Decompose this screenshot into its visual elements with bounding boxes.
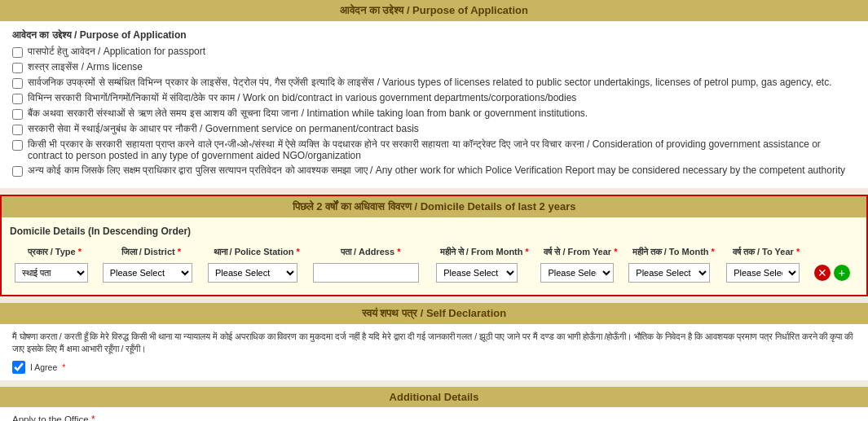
declaration-header: स्वयं शपथ पत्र / Self Declaration	[0, 303, 868, 324]
agree-checkbox[interactable]	[12, 361, 25, 374]
purpose-label: आवेदन का उद्देश्य / Purpose of Applicati…	[12, 29, 856, 41]
address-input[interactable]	[313, 263, 419, 283]
checkbox-loan-label: बैंक अथवा सरकारी संस्थाओं से ऋण लेते समय…	[28, 107, 588, 119]
checkbox-passport[interactable]	[12, 47, 23, 58]
district-select[interactable]: Please Select	[103, 263, 192, 283]
col-district: जिला / District *	[99, 245, 203, 259]
checkbox-contract[interactable]	[12, 94, 23, 104]
to-year-select[interactable]: Please Select	[726, 263, 800, 283]
cell-police-station: Please Select	[205, 261, 308, 285]
checkbox-licenses[interactable]	[12, 78, 23, 89]
checkbox-item-licenses: सार्वजनिक उपक्रमों से सम्बंधित विभिन्न प…	[12, 77, 856, 89]
domicile-table-title: Domicile Details (In Descending Order)	[10, 226, 858, 237]
agree-row: I Agree *	[12, 361, 856, 374]
type-select[interactable]: स्थाई पता अस्थाई पता	[15, 263, 88, 283]
checkbox-loan[interactable]	[12, 109, 23, 120]
apply-label: Apply to the Office	[12, 414, 89, 421]
checkbox-item-loan: बैंक अथवा सरकारी संस्थाओं से ऋण लेते समय…	[12, 107, 856, 120]
domicile-header-text: पिछले 2 वर्षों का अधिवास विवरण / Domicil…	[293, 200, 576, 213]
checkbox-ngo-label: किसी भी प्रकार के सरकारी सहायता प्राप्त …	[28, 138, 856, 161]
delete-row-button[interactable]: ✕	[814, 265, 831, 281]
col-address: पता / Address *	[310, 245, 431, 259]
apply-required-star: *	[91, 414, 95, 421]
action-buttons: ✕ +	[814, 265, 853, 281]
additional-header: Additional Details	[0, 387, 868, 407]
to-month-select[interactable]: Please Select	[628, 263, 710, 283]
declaration-header-text: स्वयं शपथ पत्र / Self Declaration	[362, 307, 506, 319]
col-to-year: वर्ष तक / To Year *	[723, 245, 809, 259]
cell-address	[310, 261, 431, 285]
cell-to-year: Please Select	[723, 261, 809, 285]
checkbox-item-passport: पासपोर्ट हेतु आवेदन / Application for pa…	[12, 46, 856, 58]
page-wrapper: आवेदन का उद्देश्य / Purpose of Applicati…	[0, 0, 868, 421]
checkbox-passport-label: पासपोर्ट हेतु आवेदन / Application for pa…	[28, 46, 205, 57]
apply-office-content: Apply to the Office *	[0, 407, 868, 421]
purpose-content: आवेदन का उद्देश्य / Purpose of Applicati…	[0, 21, 868, 188]
checkbox-item-ngo: किसी भी प्रकार के सरकारी सहायता प्राप्त …	[12, 138, 856, 161]
agree-required-star: *	[62, 362, 65, 375]
add-row-button[interactable]: +	[834, 265, 850, 281]
purpose-header: आवेदन का उद्देश्य / Purpose of Applicati…	[0, 0, 868, 21]
checkbox-govt-service[interactable]	[12, 125, 23, 135]
purpose-header-text: आवेदन का उद्देश्य / Purpose of Applicati…	[340, 4, 528, 16]
checkbox-item-contract: विभिन्न सरकारी विभागों/निगमों/निकायों मे…	[12, 92, 856, 104]
additional-header-text: Additional Details	[390, 391, 479, 403]
checkbox-item-govt-service: सरकारी सेवा में स्थाई/अनुबंध के आधार पर …	[12, 123, 856, 135]
declaration-text: मैं घोषणा करता / करती हूँ कि मेरे विरुद्…	[12, 331, 856, 354]
checkbox-licenses-label: सार्वजनिक उपक्रमों से सम्बंधित विभिन्न प…	[28, 77, 832, 88]
domicile-header: पिछले 2 वर्षों का अधिवास विवरण / Domicil…	[2, 196, 866, 217]
from-month-select[interactable]: Please Select	[436, 263, 518, 283]
cell-type: स्थाई पता अस्थाई पता	[11, 261, 98, 285]
cell-actions: ✕ +	[811, 261, 857, 285]
cell-from-year: Please Select	[537, 261, 623, 285]
checkbox-other[interactable]	[12, 166, 23, 177]
cell-from-month: Please Select	[433, 261, 535, 285]
declaration-section: स्वयं शपथ पत्र / Self Declaration मैं घो…	[0, 303, 868, 380]
cell-district: Please Select	[99, 261, 203, 285]
from-year-select[interactable]: Please Select	[540, 263, 614, 283]
checkbox-item-arms: शस्त्र लाइसेंस / Arms license	[12, 61, 856, 73]
police-station-select[interactable]: Please Select	[208, 263, 297, 283]
col-police-station: थाना / Police Station *	[205, 245, 308, 259]
declaration-content: मैं घोषणा करता / करती हूँ कि मेरे विरुद्…	[0, 324, 868, 380]
table-row: स्थाई पता अस्थाई पता Please Select Pleas	[11, 261, 857, 285]
domicile-table: प्रकार / Type * जिला / District * थाना /…	[10, 243, 858, 287]
checkbox-item-other: अन्य कोई काम जिसके लिए सक्षम प्राधिकार द…	[12, 164, 856, 177]
col-from-month: महीने से / From Month *	[433, 245, 535, 259]
checkbox-contract-label: विभिन्न सरकारी विभागों/निगमों/निकायों मे…	[28, 92, 576, 103]
col-type: प्रकार / Type *	[11, 245, 98, 259]
checkbox-other-label: अन्य कोई काम जिसके लिए सक्षम प्राधिकार द…	[28, 164, 845, 176]
checkbox-arms[interactable]	[12, 63, 23, 73]
domicile-section: पिछले 2 वर्षों का अधिवास विवरण / Domicil…	[0, 195, 868, 296]
checkbox-govt-service-label: सरकारी सेवा में स्थाई/अनुबंध के आधार पर …	[28, 123, 419, 134]
col-to-month: महीने तक / To Month *	[625, 245, 721, 259]
agree-label: I Agree	[30, 362, 57, 375]
cell-to-month: Please Select	[625, 261, 721, 285]
domicile-content: Domicile Details (In Descending Order) प…	[2, 217, 866, 295]
col-actions	[811, 245, 857, 259]
checkbox-arms-label: शस्त्र लाइसेंस / Arms license	[28, 61, 143, 72]
checkbox-ngo[interactable]	[12, 140, 23, 151]
col-from-year: वर्ष से / From Year *	[537, 245, 623, 259]
additional-section: Additional Details Apply to the Office *	[0, 387, 868, 421]
